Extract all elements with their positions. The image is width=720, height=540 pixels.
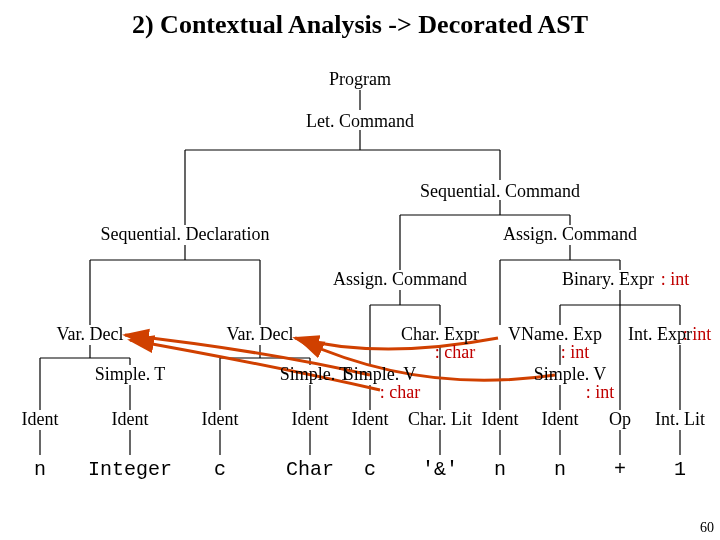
leaf-plus: +: [614, 458, 626, 481]
node-ident4: Ident: [292, 409, 329, 429]
node-intlit: Int. Lit: [655, 409, 705, 429]
node-vardecl2: Var. Decl: [227, 324, 294, 344]
leaf-n2: n: [494, 458, 506, 481]
leaf-amp: '&': [422, 458, 458, 481]
type-charexpr: : char: [435, 342, 475, 362]
node-ident7: Ident: [542, 409, 579, 429]
leaf-n1: n: [34, 458, 46, 481]
node-simplet2: Simple. T: [280, 364, 351, 384]
leaf-c2: c: [364, 458, 376, 481]
node-ident1: Ident: [22, 409, 59, 429]
node-assign-right: Assign. Command: [503, 224, 637, 244]
node-seqcmd: Sequential. Command: [420, 181, 580, 201]
node-simplet1: Simple. T: [95, 364, 166, 384]
node-simplev2: Simple. V: [534, 364, 607, 384]
type-vnameexp: : int: [561, 342, 590, 362]
node-binexpr: Binary. Expr: [562, 269, 654, 289]
type-intexpr: : int: [683, 324, 712, 344]
node-ident6: Ident: [482, 409, 519, 429]
leaf-c1: c: [214, 458, 226, 481]
node-charlit: Char. Lit: [408, 409, 472, 429]
node-op: Op: [609, 409, 631, 429]
node-simplev1: Simple. V: [344, 364, 417, 384]
node-vardecl1: Var. Decl: [57, 324, 124, 344]
node-ident3: Ident: [202, 409, 239, 429]
node-letcommand: Let. Command: [306, 111, 414, 131]
type-simplev2: : int: [586, 382, 615, 402]
node-ident5: Ident: [352, 409, 389, 429]
leaf-char: Char: [286, 458, 334, 481]
node-assign-left: Assign. Command: [333, 269, 467, 289]
leaf-n3: n: [554, 458, 566, 481]
leaf-integer: Integer: [88, 458, 172, 481]
leaf-one: 1: [674, 458, 686, 481]
type-binexpr: : int: [661, 269, 690, 289]
ast-diagram: Program Let. Command Sequential. Command…: [0, 0, 720, 540]
node-vnameexp: VName. Exp: [508, 324, 602, 344]
node-ident2: Ident: [112, 409, 149, 429]
node-charexpr: Char. Expr: [401, 324, 479, 344]
page-number: 60: [700, 520, 714, 536]
node-program: Program: [329, 69, 391, 89]
node-seqdecl: Sequential. Declaration: [101, 224, 270, 244]
type-simplev1: : char: [380, 382, 420, 402]
